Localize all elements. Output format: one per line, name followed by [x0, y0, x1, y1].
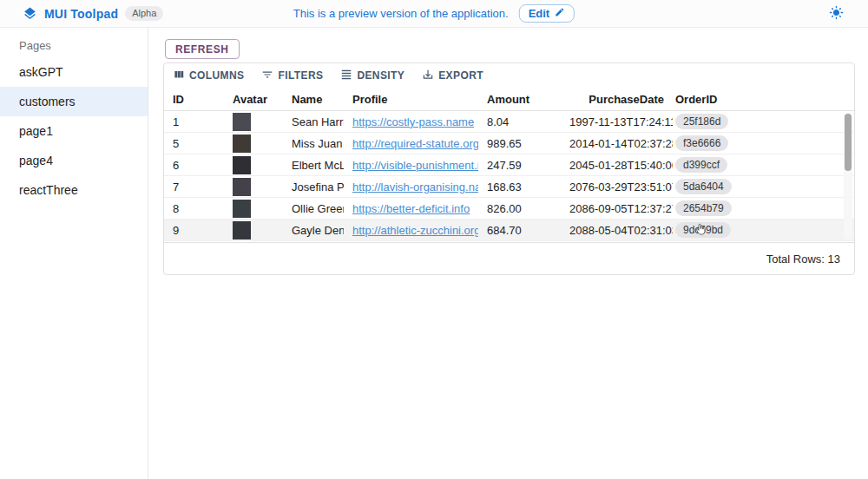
cell-name: Gayle Den… — [283, 224, 344, 237]
sidebar-item-askGPT[interactable]: askGPT — [0, 57, 148, 87]
column-header-purchasedate[interactable]: PurchaseDate — [561, 93, 673, 106]
filters-button[interactable]: FILTERS — [261, 69, 323, 83]
order-id-chip[interactable]: 5da6404 — [675, 179, 732, 194]
cell-avatar — [224, 221, 283, 240]
edit-button[interactable]: Edit — [519, 4, 575, 23]
cell-purchase-date: 2088-05-04T02:31:03.294Z — [561, 224, 673, 237]
export-button[interactable]: EXPORT — [422, 69, 483, 83]
pencil-icon — [555, 7, 565, 20]
vertical-scrollbar[interactable] — [844, 113, 852, 240]
avatar-image — [233, 221, 251, 240]
order-id-chip[interactable]: 2654b79 — [675, 200, 732, 216]
profile-link[interactable]: http://visible-punishment.net — [352, 159, 478, 172]
column-header-profile[interactable]: Profile — [344, 93, 478, 106]
rows-container: 1 Sean Harris https://costly-pass.name 8… — [164, 111, 854, 241]
scrollbar-thumb[interactable] — [845, 114, 852, 171]
column-header-name[interactable]: Name — [283, 93, 344, 106]
table-row[interactable]: 9 Gayle Den… http://athletic-zucchini.or… — [164, 220, 854, 241]
avatar-image — [233, 178, 251, 196]
cell-purchase-date: 2014-01-14T02:37:28.536Z — [561, 137, 673, 150]
cell-profile: http://lavish-organising.name — [344, 180, 478, 194]
cell-amount: 989.65 — [478, 137, 561, 150]
profile-link[interactable]: http://required-statute.org — [352, 137, 478, 150]
column-header-avatar[interactable]: Avatar — [224, 93, 283, 106]
app-window: MUI Toolpad Alpha This is a preview vers… — [0, 0, 868, 479]
app-bar: MUI Toolpad Alpha This is a preview vers… — [0, 0, 868, 28]
cell-name: Josefina P… — [283, 180, 344, 194]
sun-icon — [829, 5, 844, 23]
cell-purchase-date: 2045-01-28T15:40:06.325Z — [561, 159, 673, 172]
export-button-label: EXPORT — [438, 69, 483, 82]
app-bar-actions — [829, 5, 868, 23]
cell-id: 5 — [164, 137, 224, 150]
cell-id: 8 — [164, 202, 224, 215]
cell-amount: 247.59 — [478, 159, 561, 172]
cell-order-id: 9dc59bd — [673, 222, 854, 238]
columns-button[interactable]: COLUMNS — [173, 69, 244, 83]
cell-order-id: 2654b79 — [673, 200, 854, 216]
cell-avatar — [224, 178, 283, 196]
sidebar-page-list: askGPT customers page1 page4 reactThree — [0, 57, 148, 205]
column-header-id[interactable]: ID — [164, 93, 224, 106]
data-grid-toolbar: COLUMNS FILTERS — [164, 63, 854, 88]
cell-name: Ollie Green… — [283, 202, 344, 215]
cell-order-id: 25f186d — [673, 114, 854, 129]
cell-profile: http://visible-punishment.net — [344, 159, 478, 172]
order-id-chip[interactable]: 9dc59bd — [675, 222, 731, 238]
sidebar-item-page4[interactable]: page4 — [0, 146, 148, 175]
cell-id: 1 — [164, 115, 224, 128]
preview-notice: This is a preview version of the applica… — [293, 7, 509, 20]
profile-link[interactable]: http://lavish-organising.name — [352, 180, 478, 194]
table-row[interactable]: 1 Sean Harris https://costly-pass.name 8… — [164, 111, 854, 133]
table-row[interactable]: 5 Miss Juan … http://required-statute.or… — [164, 133, 854, 154]
column-header-amount[interactable]: Amount — [478, 93, 561, 106]
cell-name: Sean Harris — [283, 115, 344, 128]
profile-link[interactable]: https://costly-pass.name — [352, 115, 474, 128]
cell-avatar — [224, 156, 283, 174]
sidebar: Pages askGPT customers page1 page4 react… — [0, 28, 148, 479]
cell-profile: https://better-deficit.info — [344, 202, 478, 215]
cell-name: Miss Juan … — [283, 137, 344, 150]
cell-id: 6 — [164, 159, 224, 172]
table-row[interactable]: 6 Elbert McL… http://visible-punishment.… — [164, 154, 854, 176]
main-content: REFRESH COLUMNS — [148, 28, 868, 479]
data-grid-footer: Total Rows: 13 — [164, 242, 854, 274]
order-id-chip[interactable]: 25f186d — [675, 114, 728, 129]
avatar-image — [233, 200, 251, 218]
total-rows-label: Total Rows: 13 — [766, 253, 840, 266]
order-id-chip[interactable]: d399ccf — [675, 157, 727, 173]
avatar-image — [233, 156, 251, 174]
sidebar-item-label: reactThree — [19, 183, 78, 197]
sidebar-item-label: askGPT — [19, 65, 63, 79]
data-grid: COLUMNS FILTERS — [163, 62, 855, 275]
cell-order-id: d399ccf — [673, 157, 854, 173]
cell-amount: 8.04 — [478, 115, 561, 128]
profile-link[interactable]: http://athletic-zucchini.org — [352, 224, 478, 237]
app-bar-brand: MUI Toolpad Alpha — [0, 6, 163, 21]
sidebar-item-page1[interactable]: page1 — [0, 116, 148, 146]
cell-id: 7 — [164, 180, 224, 194]
cell-order-id: 5da6404 — [673, 179, 854, 194]
filter-list-icon — [261, 69, 273, 83]
table-row[interactable]: 7 Josefina P… http://lavish-organising.n… — [164, 176, 854, 198]
cell-amount: 168.63 — [478, 180, 561, 194]
profile-link[interactable]: https://better-deficit.info — [352, 202, 470, 215]
column-header-orderid[interactable]: OrderID — [673, 93, 854, 106]
preview-banner: This is a preview version of the applica… — [293, 4, 575, 23]
columns-button-label: COLUMNS — [189, 69, 244, 82]
alpha-badge: Alpha — [125, 6, 163, 21]
cell-avatar — [224, 135, 283, 153]
theme-toggle-button[interactable] — [829, 5, 844, 23]
table-row[interactable]: 8 Ollie Green… https://better-deficit.in… — [164, 198, 854, 220]
order-id-chip[interactable]: f3e6666 — [675, 135, 728, 151]
cell-name: Elbert McL… — [283, 159, 344, 172]
edit-button-label: Edit — [529, 7, 550, 20]
sidebar-item-customers[interactable]: customers — [0, 87, 148, 116]
density-button[interactable]: DENSITY — [340, 69, 404, 83]
sidebar-item-reactThree[interactable]: reactThree — [0, 175, 148, 205]
sidebar-item-label: page1 — [19, 124, 53, 138]
refresh-button[interactable]: REFRESH — [165, 39, 240, 59]
sidebar-section-label: Pages — [0, 28, 148, 57]
cell-profile: http://required-statute.org — [344, 137, 478, 150]
cell-profile: http://athletic-zucchini.org — [344, 224, 478, 237]
